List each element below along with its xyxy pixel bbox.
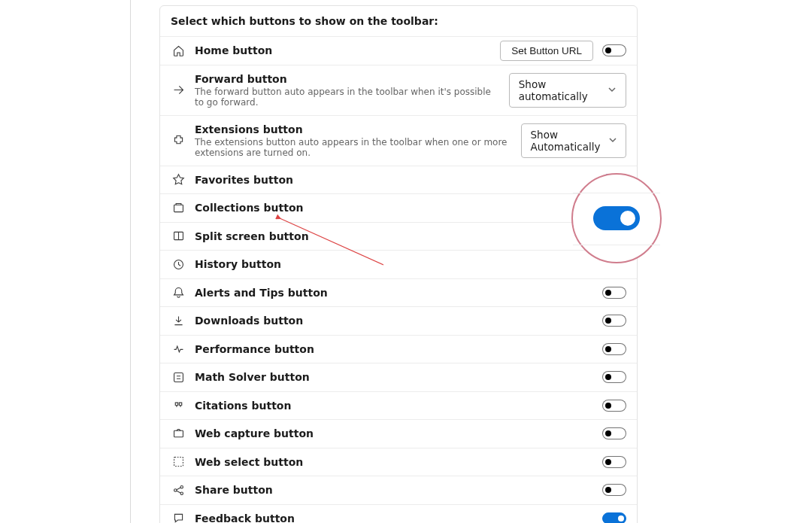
toggle-math[interactable] bbox=[602, 371, 626, 383]
history-label: History button bbox=[195, 258, 626, 270]
favorites-icon bbox=[171, 173, 186, 186]
extensions-desc: The extensions button auto appears in th… bbox=[195, 137, 512, 158]
toggle-alerts[interactable] bbox=[602, 287, 626, 299]
home-label: Home button bbox=[195, 44, 491, 56]
row-home: Home button Set Button URL bbox=[160, 36, 637, 65]
row-forward: Forward button The forward button auto a… bbox=[160, 65, 637, 115]
toggle-feedback[interactable] bbox=[602, 512, 626, 523]
share-icon bbox=[171, 484, 186, 497]
citations-icon bbox=[171, 399, 186, 412]
svg-point-9 bbox=[180, 492, 183, 494]
webcap-label: Web capture button bbox=[195, 427, 593, 439]
row-alerts: Alerts and Tips button bbox=[160, 278, 637, 307]
citations-label: Citations button bbox=[195, 400, 593, 412]
row-feedback: Feedback button bbox=[160, 504, 637, 523]
performance-icon bbox=[171, 342, 186, 355]
forward-desc: The forward button auto appears in the t… bbox=[195, 87, 500, 108]
toggle-websel[interactable] bbox=[602, 456, 626, 468]
row-history: History button bbox=[160, 250, 637, 278]
feedback-icon bbox=[171, 512, 186, 523]
row-share: Share button bbox=[160, 476, 637, 504]
extensions-label: Extensions button bbox=[195, 123, 512, 135]
extensions-dropdown-value: Show Automatically bbox=[531, 129, 601, 153]
feedback-label: Feedback button bbox=[195, 512, 593, 523]
row-web-select: Web select button bbox=[160, 448, 637, 476]
svg-rect-0 bbox=[174, 205, 183, 211]
toggle-webcap[interactable] bbox=[602, 427, 626, 439]
perf-label: Performance button bbox=[195, 343, 593, 355]
row-web-capture: Web capture button bbox=[160, 419, 637, 448]
websel-label: Web select button bbox=[195, 456, 593, 468]
web-capture-icon bbox=[171, 427, 186, 440]
forward-dropdown[interactable]: Show automatically bbox=[509, 73, 626, 108]
row-split-screen: Split screen button bbox=[160, 222, 637, 251]
history-icon bbox=[171, 258, 186, 271]
forward-icon bbox=[171, 84, 186, 96]
panel-header: Select which buttons to show on the tool… bbox=[160, 6, 637, 36]
forward-label: Forward button bbox=[195, 73, 500, 85]
alerts-label: Alerts and Tips button bbox=[195, 287, 593, 299]
left-divider bbox=[130, 0, 131, 523]
downloads-label: Downloads button bbox=[195, 315, 593, 327]
alerts-icon bbox=[171, 286, 186, 299]
chevron-down-icon bbox=[608, 135, 617, 147]
svg-point-7 bbox=[174, 489, 176, 491]
downloads-icon bbox=[171, 315, 186, 327]
svg-rect-6 bbox=[174, 458, 183, 467]
extensions-icon bbox=[171, 134, 186, 147]
math-label: Math Solver button bbox=[195, 371, 593, 383]
row-collections: Collections button bbox=[160, 193, 637, 222]
split-screen-icon bbox=[171, 230, 186, 242]
svg-rect-4 bbox=[174, 372, 183, 382]
row-citations: Citations button bbox=[160, 391, 637, 420]
toolbar-buttons-panel: Select which buttons to show on the tool… bbox=[159, 5, 638, 523]
web-select-icon bbox=[171, 455, 186, 468]
toggle-share[interactable] bbox=[602, 484, 626, 496]
toggle-citations[interactable] bbox=[602, 400, 626, 412]
toggle-perf[interactable] bbox=[602, 343, 626, 355]
row-downloads: Downloads button bbox=[160, 306, 637, 335]
extensions-dropdown[interactable]: Show Automatically bbox=[521, 123, 626, 158]
forward-dropdown-value: Show automatically bbox=[519, 78, 600, 102]
toggle-favorites[interactable] bbox=[602, 174, 626, 186]
math-icon bbox=[171, 371, 186, 384]
row-favorites: Favorites button bbox=[160, 166, 637, 194]
toggle-home[interactable] bbox=[602, 44, 626, 56]
collections-icon bbox=[171, 202, 186, 214]
chevron-down-icon bbox=[607, 84, 617, 96]
favorites-label: Favorites button bbox=[195, 174, 593, 186]
share-label: Share button bbox=[195, 484, 593, 496]
row-extensions: Extensions button The extensions button … bbox=[160, 115, 637, 166]
svg-point-8 bbox=[180, 485, 183, 488]
collections-label: Collections button bbox=[195, 202, 626, 214]
split-label: Split screen button bbox=[195, 230, 593, 242]
toggle-downloads[interactable] bbox=[602, 315, 626, 327]
row-math-solver: Math Solver button bbox=[160, 363, 637, 391]
set-button-url[interactable]: Set Button URL bbox=[500, 41, 593, 62]
home-icon bbox=[171, 44, 186, 57]
svg-rect-5 bbox=[174, 430, 183, 437]
row-performance: Performance button bbox=[160, 335, 637, 363]
